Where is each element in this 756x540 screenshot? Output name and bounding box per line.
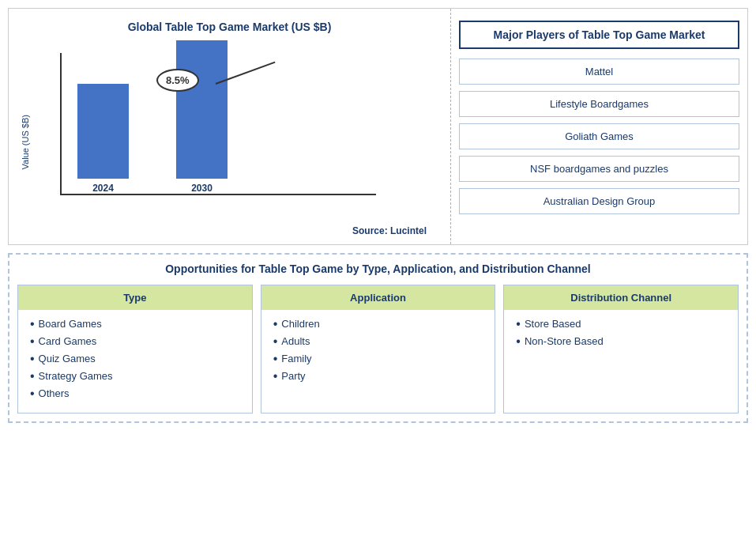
type-item-card: • Card Games	[30, 335, 240, 348]
type-item-board: • Board Games	[30, 318, 240, 330]
top-section: Global Table Top Game Market (US $B) Val…	[8, 8, 748, 245]
source-label: Source: Lucintel	[17, 225, 442, 236]
bullet-icon: •	[30, 370, 35, 383]
bullet-icon: •	[30, 318, 35, 330]
bullet-icon: •	[30, 387, 35, 400]
y-axis-label: Value (US $B)	[21, 115, 30, 170]
application-column: Application • Children • Adults • Family	[261, 285, 496, 413]
dist-item-nonstore: • Non-Store Based	[516, 335, 726, 348]
player-item-lifestyle: Lifestyle Boardgames	[459, 91, 739, 117]
chart-section: Global Table Top Game Market (US $B) Val…	[9, 9, 451, 244]
player-item-goliath: Goliath Games	[459, 123, 739, 149]
chart-title: Global Table Top Game Market (US $B)	[17, 21, 442, 33]
application-items: • Children • Adults • Family • Party	[261, 310, 495, 395]
player-item-nsf: NSF boardgames and puzzles	[459, 156, 739, 182]
bullet-icon: •	[273, 318, 278, 330]
bullet-icon: •	[516, 318, 521, 330]
chart-area: Value (US $B) 8.5% 2024 2	[17, 45, 442, 219]
bullet-icon: •	[273, 335, 278, 348]
bar-2030	[176, 40, 228, 179]
distribution-header: Distribution Channel	[504, 285, 738, 310]
dist-item-store: • Store Based	[516, 318, 726, 330]
app-item-children: • Children	[273, 318, 483, 330]
bullet-icon: •	[516, 335, 521, 348]
application-header: Application	[261, 285, 495, 310]
type-header: Type	[18, 285, 252, 310]
main-container: Global Table Top Game Market (US $B) Val…	[0, 0, 756, 431]
app-item-party: • Party	[273, 370, 483, 383]
bars-container: 8.5% 2024 2030	[60, 53, 376, 195]
bar-group-2030: 2030	[176, 40, 228, 194]
bar-2024	[77, 84, 129, 179]
type-item-strategy: • Strategy Games	[30, 370, 240, 383]
type-item-quiz: • Quiz Games	[30, 353, 240, 365]
bullet-icon: •	[30, 335, 35, 348]
distribution-items: • Store Based • Non-Store Based	[504, 310, 738, 361]
type-column: Type • Board Games • Card Games • Quiz G…	[17, 285, 253, 413]
bullet-icon: •	[30, 353, 35, 365]
bar-label-2024: 2024	[92, 183, 114, 194]
player-item-mattel: Mattel	[459, 59, 739, 85]
annotation: 8.5%	[156, 69, 199, 92]
bar-group-2024: 2024	[77, 84, 129, 194]
type-items: • Board Games • Card Games • Quiz Games …	[18, 310, 252, 413]
columns-container: Type • Board Games • Card Games • Quiz G…	[17, 285, 739, 413]
distribution-column: Distribution Channel • Store Based • Non…	[503, 285, 739, 413]
players-section: Major Players of Table Top Game Market M…	[451, 9, 747, 244]
bullet-icon: •	[273, 370, 278, 383]
players-title: Major Players of Table Top Game Market	[459, 21, 739, 49]
bullet-icon: •	[273, 353, 278, 365]
bar-label-2030: 2030	[191, 183, 213, 194]
type-item-others: • Others	[30, 387, 240, 400]
opportunities-title: Opportunities for Table Top Game by Type…	[17, 262, 739, 275]
app-item-family: • Family	[273, 353, 483, 365]
player-item-australian: Australian Design Group	[459, 188, 739, 214]
bottom-section: Opportunities for Table Top Game by Type…	[8, 253, 748, 423]
annotation-bubble: 8.5%	[156, 69, 199, 92]
app-item-adults: • Adults	[273, 335, 483, 348]
